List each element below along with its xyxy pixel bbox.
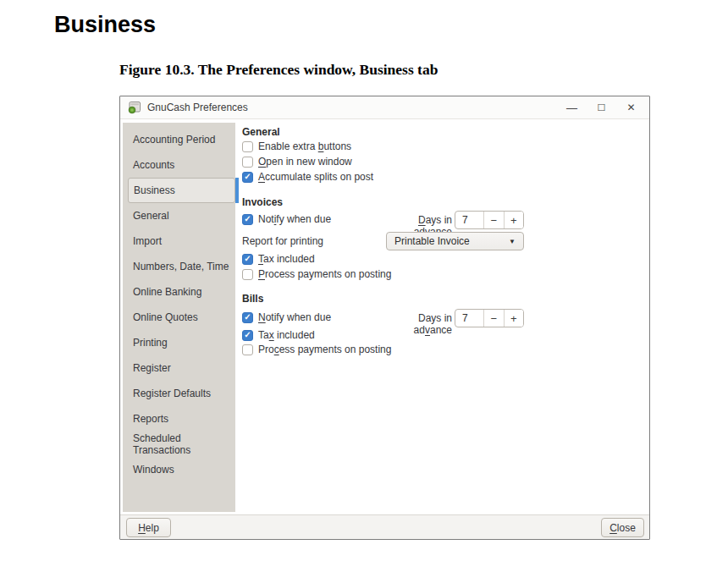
section-header-general: General <box>242 126 280 138</box>
checkbox-label: Process payments on posting <box>258 344 391 355</box>
maximize-icon[interactable]: ☐ <box>587 96 616 119</box>
check-icon: ✓ <box>244 255 251 263</box>
checkbox-box: ✓ <box>242 214 253 225</box>
spinner-plus-button[interactable]: + <box>504 212 524 228</box>
spinner-minus-button[interactable]: − <box>483 310 504 327</box>
spinner-plus-button[interactable]: + <box>504 310 524 327</box>
checkbox-label: Tax included <box>258 253 315 265</box>
sidebar-item-general[interactable]: General <box>123 203 235 228</box>
close-icon[interactable]: ✕ <box>616 96 646 119</box>
dialog-button-bar: Help Close <box>120 514 649 539</box>
checkbox-box: ✓ <box>242 172 253 183</box>
help-button[interactable]: Help <box>126 518 171 537</box>
sidebar-item-register[interactable]: Register <box>123 355 235 381</box>
close-button[interactable]: Close <box>601 518 644 537</box>
sidebar-item-accounts[interactable]: Accounts <box>123 152 235 178</box>
sidebar-item-reports[interactable]: Reports <box>123 406 235 432</box>
checkbox-label: Process payments on posting <box>258 268 391 280</box>
checkbox-label: Notify when due <box>258 213 331 225</box>
checkbox-bills-process-payments[interactable]: ✓ Process payments on posting <box>242 344 391 355</box>
chevron-down-icon: ▼ <box>509 238 516 245</box>
sidebar-item-printing[interactable]: Printing <box>123 330 235 355</box>
sidebar-item-import[interactable]: Import <box>123 228 235 254</box>
sidebar-item-register-defaults[interactable]: Register Defaults <box>123 381 235 406</box>
sidebar-item-online-banking[interactable]: Online Banking <box>123 279 235 305</box>
sidebar-item-business[interactable]: Business <box>128 178 235 203</box>
checkbox-label: Open in new window <box>258 156 352 168</box>
checkbox-open-in-new-window[interactable]: ✓ Open in new window <box>242 156 352 168</box>
section-header-invoices: Invoices <box>242 196 283 208</box>
sidebar-item-accounting-period[interactable]: Accounting Period <box>123 127 235 152</box>
report-for-printing-dropdown[interactable]: Printable Invoice ▼ <box>386 232 524 250</box>
checkbox-box: ✓ <box>242 141 253 152</box>
spinner-value[interactable]: 7 <box>455 310 483 327</box>
checkbox-box: ✓ <box>242 344 253 355</box>
business-preferences-panel: General ✓ Enable extra buttons ✓ Open in… <box>240 119 649 515</box>
check-icon: ✓ <box>244 215 251 223</box>
check-icon: ✓ <box>244 173 251 181</box>
gnucash-app-icon <box>128 101 141 114</box>
selected-item-indicator <box>235 178 239 203</box>
sidebar-item-online-quotes[interactable]: Online Quotes <box>123 305 235 330</box>
checkbox-box: ✓ <box>242 269 253 280</box>
checkbox-box: ✓ <box>242 330 253 341</box>
window-controls: — ☐ ✕ <box>557 96 646 119</box>
check-icon: ✓ <box>244 331 251 339</box>
checkbox-label: Tax included <box>258 329 315 341</box>
spinner-value[interactable]: 7 <box>455 212 483 228</box>
checkbox-label: Accumulate splits on post <box>258 171 373 183</box>
window-body: Accounting Period Accounts Business Gene… <box>120 119 649 515</box>
bills-days-in-advance-spinner: 7 − + <box>455 309 524 327</box>
document-page: Business Figure 10.3. The Preferences wi… <box>0 0 728 561</box>
checkbox-invoices-process-payments[interactable]: ✓ Process payments on posting <box>242 268 391 280</box>
section-header-bills: Bills <box>242 293 263 305</box>
checkbox-label: Enable extra buttons <box>258 140 351 152</box>
spinner-minus-button[interactable]: − <box>483 212 504 228</box>
checkbox-box: ✓ <box>242 312 253 323</box>
invoices-days-in-advance-spinner: 7 − + <box>455 211 524 229</box>
titlebar: GnuCash Preferences — ☐ ✕ <box>120 96 649 119</box>
check-icon: ✓ <box>244 313 251 322</box>
sidebar-item-numbers-date-time[interactable]: Numbers, Date, Time <box>123 254 235 279</box>
checkbox-bills-tax-included[interactable]: ✓ Tax included <box>242 329 315 341</box>
checkbox-box: ✓ <box>242 254 253 265</box>
minimize-icon[interactable]: — <box>557 96 587 119</box>
sidebar: Accounting Period Accounts Business Gene… <box>123 123 235 512</box>
bills-days-in-advance-label: Days in advance <box>383 312 452 336</box>
checkbox-enable-extra-buttons[interactable]: ✓ Enable extra buttons <box>242 140 351 152</box>
report-for-printing-label: Report for printing <box>242 235 323 247</box>
preferences-window: GnuCash Preferences — ☐ ✕ Accounting Per… <box>119 96 650 540</box>
checkbox-label: Notify when due <box>258 311 331 323</box>
sidebar-item-windows[interactable]: Windows <box>123 457 235 482</box>
checkbox-invoices-notify-when-due[interactable]: ✓ Notify when due <box>242 213 331 225</box>
checkbox-box: ✓ <box>242 157 253 168</box>
dropdown-value: Printable Invoice <box>394 235 470 247</box>
checkbox-accumulate-splits-on-post[interactable]: ✓ Accumulate splits on post <box>242 171 373 183</box>
checkbox-invoices-tax-included[interactable]: ✓ Tax included <box>242 253 315 265</box>
window-title: GnuCash Preferences <box>147 102 248 113</box>
sidebar-item-scheduled-transactions[interactable]: Scheduled Transactions <box>123 432 235 457</box>
figure-caption: Figure 10.3. The Preferences window, Bus… <box>119 61 438 79</box>
page-title: Business <box>54 12 156 38</box>
checkbox-bills-notify-when-due[interactable]: ✓ Notify when due <box>242 311 331 323</box>
